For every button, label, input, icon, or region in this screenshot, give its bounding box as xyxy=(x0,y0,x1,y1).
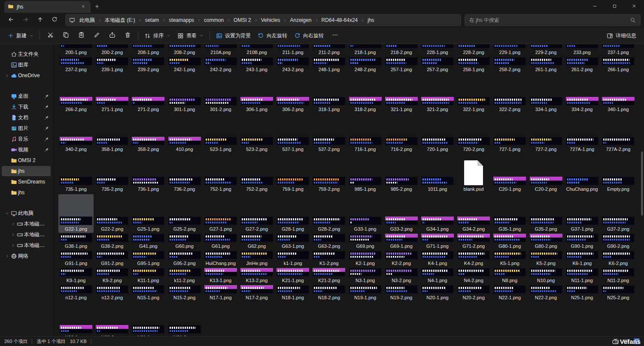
file-item[interactable]: N20-1.png xyxy=(419,285,456,301)
file-item[interactable]: 1011.png xyxy=(419,177,456,192)
sidebar-item[interactable]: 下载 xyxy=(2,102,51,112)
file-item[interactable]: 727-1.png xyxy=(492,137,528,152)
file-item[interactable]: 727A-1.png xyxy=(564,137,600,152)
file-item[interactable]: 208-2.png xyxy=(167,44,203,55)
details-pane-button[interactable]: 详细信息 xyxy=(603,30,640,42)
maximize-button[interactable] xyxy=(605,0,624,13)
file-item[interactable]: G63-2.png xyxy=(311,234,347,249)
file-item[interactable]: G71-1.png xyxy=(419,234,456,249)
file-item[interactable]: G25-1.png xyxy=(130,217,166,232)
tab-close-icon[interactable] xyxy=(79,3,87,11)
expand-chevron-icon[interactable] xyxy=(5,211,11,215)
rotate-right-button[interactable]: 向右旋转 xyxy=(291,30,327,42)
file-item[interactable]: G33-1.png xyxy=(347,217,383,232)
file-item[interactable]: N11-2.png xyxy=(600,268,636,283)
file-item[interactable]: 237-2.png xyxy=(58,57,94,72)
file-item[interactable]: N17-2.png xyxy=(239,285,275,301)
file-item[interactable]: G41.png xyxy=(130,234,166,249)
file-item[interactable]: G38-1.png xyxy=(58,234,94,249)
breadcrumb-item[interactable]: 本地磁盘 (E:) xyxy=(102,15,138,25)
file-item[interactable]: 211-2.png xyxy=(311,44,347,55)
file-item[interactable]: 210B.png xyxy=(239,44,275,55)
file-item[interactable]: K6-2.png xyxy=(600,251,636,266)
file-item[interactable]: N19-1.png xyxy=(347,285,383,301)
file-item[interactable]: G38-2.png xyxy=(94,234,130,249)
file-item[interactable]: 720-1.png xyxy=(419,137,456,152)
file-item[interactable]: 301-1.png xyxy=(167,97,203,112)
file-item[interactable]: 321-2.png xyxy=(419,97,456,112)
file-item[interactable]: C20-2.png xyxy=(528,177,564,192)
sidebar-item[interactable]: SenDreams xyxy=(2,177,51,187)
file-item[interactable]: G63-1.png xyxy=(275,234,311,249)
file-item[interactable]: N31-1.png xyxy=(130,325,166,336)
forward-button[interactable] xyxy=(18,14,33,26)
file-item[interactable]: 759-1.png xyxy=(275,177,311,192)
file-item[interactable]: 306-1.png xyxy=(239,97,275,112)
file-item[interactable]: 257-1.png xyxy=(383,57,419,72)
file-item[interactable]: G22-1.png xyxy=(58,217,94,232)
file-item[interactable]: 340-1.png xyxy=(600,97,636,112)
file-item[interactable]: 537-1.png xyxy=(275,137,311,152)
file-item[interactable]: 322-1.png xyxy=(456,97,492,112)
breadcrumb-item[interactable]: OMSI 2 xyxy=(231,16,254,24)
file-item[interactable]: 261-2.png xyxy=(564,57,600,72)
file-item[interactable]: K4-2.png xyxy=(456,251,492,266)
file-item[interactable]: 736-2.png xyxy=(167,177,203,192)
file-item[interactable]: G27-1.png xyxy=(203,217,239,232)
file-item[interactable]: 248-2.png xyxy=(347,57,383,72)
file-item[interactable]: 208-1.png xyxy=(130,44,166,55)
breadcrumb-item[interactable]: steamapps xyxy=(166,16,197,24)
copy-button[interactable] xyxy=(58,30,73,42)
file-item[interactable]: 735-1.png xyxy=(58,177,94,192)
file-item[interactable]: 200-2.png xyxy=(94,44,130,55)
file-item[interactable]: 229-1.png xyxy=(492,44,528,55)
file-item[interactable]: 239-2.png xyxy=(130,57,166,72)
file-item[interactable]: n12-1.png xyxy=(58,285,94,301)
file-item[interactable]: 716-2.png xyxy=(383,137,419,152)
file-item[interactable]: 239-1.png xyxy=(94,57,130,72)
file-item[interactable]: G90-1.png xyxy=(564,234,600,249)
file-item[interactable]: 985-2.png xyxy=(383,177,419,192)
file-item[interactable]: G33-2.png xyxy=(383,217,419,232)
file-item[interactable]: 258-2.png xyxy=(492,57,528,72)
up-button[interactable] xyxy=(33,14,47,26)
file-item[interactable]: K4-1.png xyxy=(419,251,456,266)
file-item[interactable]: G69-1.png xyxy=(383,234,419,249)
file-item[interactable]: K11-1.png xyxy=(130,268,166,283)
file-item[interactable]: N22-1.png xyxy=(492,285,528,301)
file-item[interactable]: 218-1.png xyxy=(347,44,383,55)
file-item[interactable]: 242-1.png xyxy=(167,57,203,72)
file-item[interactable]: 228-1.png xyxy=(419,44,456,55)
file-item[interactable]: 318-1.png xyxy=(311,97,347,112)
file-item[interactable]: 735-2.png xyxy=(94,177,130,192)
breadcrumb-item[interactable]: Anzeigen xyxy=(287,16,314,24)
sidebar-item[interactable]: 文档 xyxy=(2,112,51,123)
file-item[interactable]: G95-2.png xyxy=(167,251,203,266)
file-item[interactable]: N20-2.png xyxy=(456,285,492,301)
file-item[interactable]: N26-2.png xyxy=(94,325,130,336)
sidebar-item[interactable]: 本地磁盘 (D:) xyxy=(2,229,51,240)
file-item[interactable]: N3-2.png xyxy=(383,268,419,283)
file-item[interactable]: 410.png xyxy=(167,137,203,152)
sidebar-item[interactable]: 本地磁盘 (C:) xyxy=(2,219,51,229)
file-item[interactable]: G34-2.png xyxy=(456,217,492,232)
file-item[interactable]: k11-2.png xyxy=(167,268,203,283)
file-item[interactable]: K5-1.png xyxy=(492,251,528,266)
rename-button[interactable] xyxy=(89,30,104,42)
file-item[interactable]: 218-2.png xyxy=(383,44,419,55)
file-item[interactable]: 210A.png xyxy=(203,44,239,55)
sidebar-item[interactable]: jhs xyxy=(2,166,51,176)
paste-button[interactable] xyxy=(73,30,89,42)
sidebar-item[interactable]: 主文件夹 xyxy=(2,49,51,59)
file-item[interactable]: K1-2.png xyxy=(311,251,347,266)
file-item[interactable]: N18-2.png xyxy=(311,285,347,301)
file-item[interactable]: 523-1.png xyxy=(203,137,239,152)
file-item[interactable]: 261-1.png xyxy=(528,57,564,72)
expand-chevron-icon[interactable] xyxy=(11,222,17,226)
sidebar-item[interactable]: OneDrive xyxy=(2,70,51,81)
file-item[interactable]: 321-1.png xyxy=(383,97,419,112)
sort-button[interactable]: 排序 xyxy=(141,30,174,42)
cut-button[interactable] xyxy=(43,30,58,42)
file-item[interactable]: N31-2.png xyxy=(167,325,203,336)
file-item[interactable]: ChuChang.png xyxy=(564,177,600,192)
